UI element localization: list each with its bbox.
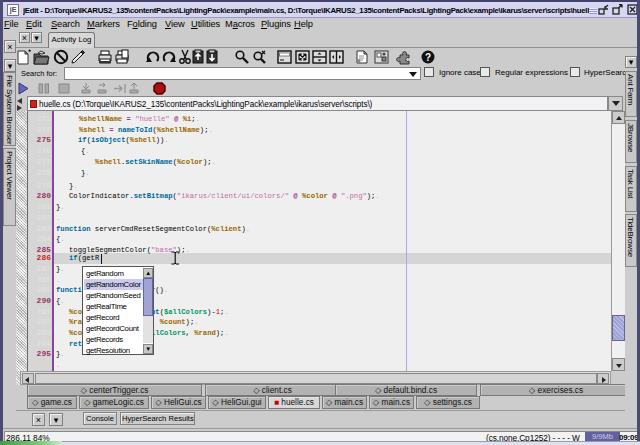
svg-text:?: ? [425, 52, 431, 63]
